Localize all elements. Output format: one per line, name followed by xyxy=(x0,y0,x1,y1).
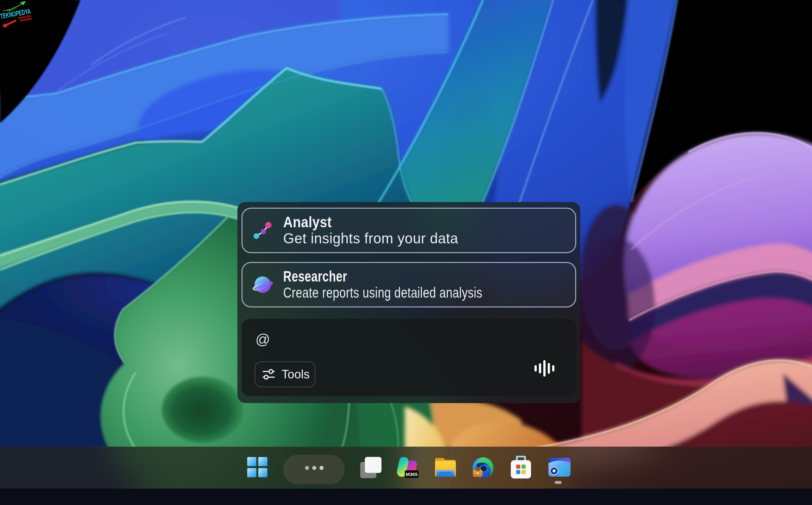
svg-text:M365: M365 xyxy=(406,472,418,477)
